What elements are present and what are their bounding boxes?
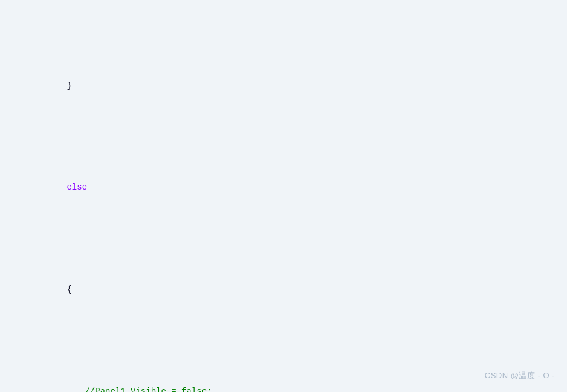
watermark: CSDN @温度 - O - bbox=[485, 370, 555, 381]
code-line-comment: //Panel1.Visible = false; bbox=[18, 369, 555, 392]
code-container: } else { //Panel1.Visible = false; s = s… bbox=[0, 0, 567, 392]
code-line: } bbox=[18, 63, 555, 108]
brace: } bbox=[66, 81, 71, 91]
code-line: else bbox=[18, 165, 555, 210]
comment: //Panel1.Visible = false; bbox=[85, 387, 212, 392]
brace-open: { bbox=[66, 284, 71, 294]
code-block: } else { //Panel1.Visible = false; s = s… bbox=[0, 6, 567, 392]
code-line: { bbox=[18, 268, 555, 312]
keyword-else: else bbox=[66, 182, 87, 192]
